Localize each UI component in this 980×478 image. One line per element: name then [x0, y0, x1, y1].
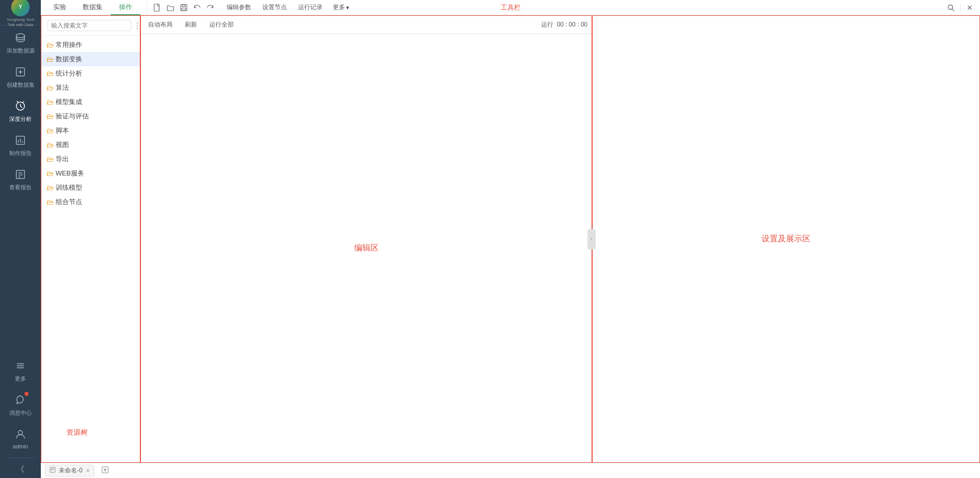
sidebar-item-create-dataset[interactable]: 创建数据集: [0, 60, 41, 94]
main-area: 实验 数据集 操作: [41, 0, 980, 478]
tab-dataset[interactable]: 数据集: [75, 0, 111, 15]
set-node-btn[interactable]: 设置节点: [258, 2, 291, 13]
tab-operation[interactable]: 操作: [111, 0, 140, 15]
toolbar-right-icons: ✕: [945, 2, 976, 14]
redo-btn[interactable]: [204, 2, 216, 14]
open-file-btn[interactable]: [164, 2, 177, 14]
bottom-tab-add-btn[interactable]: [102, 466, 109, 475]
bottom-tab-close-btn[interactable]: ✕: [86, 468, 90, 473]
resource-search-input[interactable]: [47, 20, 131, 31]
sidebar-item-make-report[interactable]: 制作报告: [0, 128, 41, 162]
sidebar-item-label: 创建数据集: [7, 81, 35, 89]
logo: Y Yonghong Tech Talk with Data: [0, 0, 41, 26]
close-icon: ✕: [967, 4, 973, 12]
chevron-down-icon: ▾: [346, 4, 349, 11]
sidebar-item-label: 添加数据源: [7, 47, 35, 55]
make-report-icon: [13, 133, 28, 147]
tree-item-model-integration[interactable]: 🗁 模型集成: [41, 95, 140, 109]
toolbar-file-actions: [146, 2, 216, 14]
edit-params-btn[interactable]: 编辑参数: [223, 2, 255, 13]
folder-icon: 🗁: [46, 41, 54, 49]
sidebar-item-view-report[interactable]: 查看报告: [0, 162, 41, 196]
sidebar-item-more[interactable]: 更多: [0, 354, 41, 388]
tree-item-data-transform[interactable]: 🗁 数据变换: [41, 52, 140, 66]
save-file-btn[interactable]: [178, 2, 190, 14]
bottom-tab-unnamed[interactable]: 未命名-0 ✕: [45, 465, 94, 476]
folder-icon: 🗁: [46, 198, 54, 206]
sidebar-item-deep-analysis[interactable]: 深度分析: [0, 94, 41, 128]
tree-item-train-model[interactable]: 🗁 训练模型: [41, 181, 140, 195]
resource-search-bar: ⋮: [41, 16, 140, 36]
separator: [960, 4, 961, 12]
view-report-icon: [13, 167, 28, 182]
toolbar-title: 工具栏: [501, 3, 521, 12]
tree-item-stat-analysis[interactable]: 🗁 统计分析: [41, 66, 140, 81]
settings-label: 设置及展示区: [762, 234, 811, 244]
editor-content: 编辑区: [141, 34, 592, 462]
tree-item-compose-node[interactable]: 🗁 组合节点: [41, 195, 140, 209]
svg-point-0: [16, 34, 24, 38]
folder-icon: 🗁: [46, 55, 54, 63]
editor-label: 编辑区: [354, 243, 379, 254]
bottom-bar: 未命名-0 ✕: [41, 463, 980, 478]
more-icon: [13, 359, 28, 373]
tree-item-export[interactable]: 🗁 导出: [41, 152, 140, 166]
folder-icon: 🗁: [46, 155, 54, 163]
more-dropdown[interactable]: 更多 ▾: [330, 2, 352, 13]
sidebar: Y Yonghong Tech Talk with Data 添加数据源 创建数…: [0, 0, 41, 478]
search-btn[interactable]: [945, 2, 957, 14]
panel-collapse-handle[interactable]: ‹: [587, 229, 596, 249]
run-log-btn[interactable]: 运行记录: [294, 2, 327, 13]
folder-icon: 🗁: [46, 69, 54, 78]
refresh-btn[interactable]: 刷新: [182, 19, 200, 30]
sidebar-item-label: 更多: [15, 375, 26, 383]
folder-icon: 🗁: [46, 112, 54, 120]
sidebar-collapse-btn[interactable]: 《: [0, 461, 41, 478]
run-all-btn[interactable]: 运行全部: [206, 19, 237, 30]
folder-icon: 🗁: [46, 184, 54, 192]
tree-item-script[interactable]: 🗁 脚本: [41, 123, 140, 138]
tab-experiment[interactable]: 实验: [45, 0, 75, 15]
settings-panel: 设置及展示区: [592, 15, 980, 463]
folder-icon: 🗁: [46, 127, 54, 135]
sidebar-item-label: 查看报告: [9, 184, 32, 191]
svg-line-17: [952, 9, 954, 11]
create-dataset-icon: [13, 65, 28, 79]
add-datasource-icon: [13, 31, 28, 45]
tree-item-common-ops[interactable]: 🗁 常用操作: [41, 38, 140, 52]
collapse-icon: 《: [16, 464, 24, 475]
message-center-icon: [13, 393, 28, 407]
sidebar-item-label: 制作报告: [9, 149, 32, 157]
tab-file-icon: [50, 467, 56, 474]
sidebar-item-message-center[interactable]: 消息中心: [0, 388, 41, 422]
tree-item-web-service[interactable]: 🗁 WEB服务: [41, 166, 140, 181]
folder-icon: 🗁: [46, 141, 54, 149]
folder-icon: 🗁: [46, 84, 54, 92]
svg-rect-14: [182, 5, 185, 7]
new-file-btn[interactable]: [151, 2, 163, 14]
folder-icon: 🗁: [46, 98, 54, 106]
deep-analysis-icon: [13, 99, 28, 113]
tree-item-algorithm[interactable]: 🗁 算法: [41, 81, 140, 95]
editor-panel: 自动布局 刷新 运行全部 运行 00 : 00 : 00 编辑区 ‹: [140, 15, 592, 463]
folder-icon: 🗁: [46, 169, 54, 178]
editor-toolbar: 自动布局 刷新 运行全部 运行 00 : 00 : 00: [141, 16, 592, 34]
svg-rect-15: [182, 8, 186, 10]
toolbar-menu-actions: 编辑参数 设置节点 运行记录 更多 ▾: [223, 2, 352, 13]
sidebar-item-admin[interactable]: admin: [0, 422, 41, 455]
undo-btn[interactable]: [191, 2, 203, 14]
resource-tree: 🗁 常用操作 🗁 数据变换 🗁 统计分析 🗁 算法 🗁 模型集成: [41, 36, 140, 462]
content-area: ⋮ 🗁 常用操作 🗁 数据变换 🗁 统计分析 🗁 算法: [41, 15, 980, 463]
collapse-arrow-icon: ‹: [591, 236, 592, 242]
close-btn[interactable]: ✕: [964, 2, 976, 14]
auto-layout-btn[interactable]: 自动布局: [145, 19, 176, 30]
toolbar-tabs: 实验 数据集 操作: [45, 0, 140, 15]
sidebar-item-add-datasource[interactable]: 添加数据源: [0, 26, 41, 60]
tree-item-validate-evaluate[interactable]: 🗁 验证与评估: [41, 109, 140, 123]
tree-item-chart[interactable]: 🗁 视图: [41, 138, 140, 152]
sidebar-bottom: 更多 消息中心 admin 《: [0, 354, 41, 478]
sidebar-item-label: 深度分析: [9, 115, 32, 123]
bottom-tab-name: 未命名-0: [59, 466, 83, 475]
resource-panel: ⋮ 🗁 常用操作 🗁 数据变换 🗁 统计分析 🗁 算法: [41, 15, 140, 463]
run-time-display: 运行 00 : 00 : 00: [541, 20, 587, 29]
